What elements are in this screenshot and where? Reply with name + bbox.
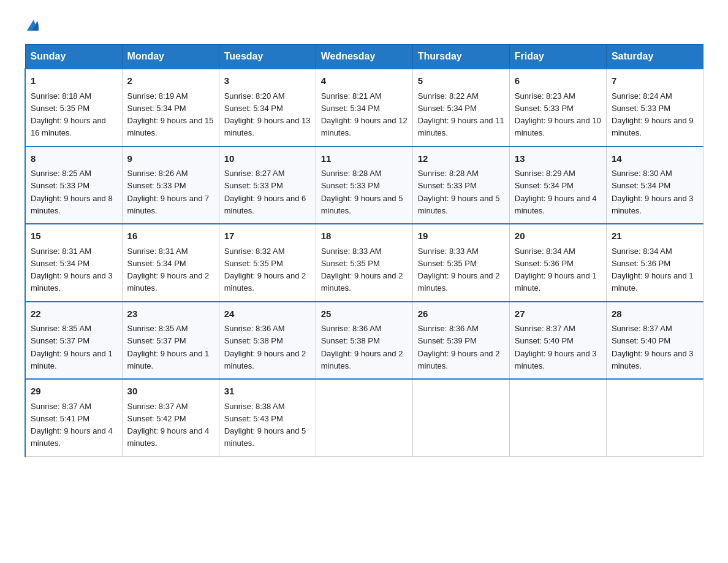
calendar-cell: 14Sunrise: 8:30 AMSunset: 5:34 PMDayligh… — [606, 147, 703, 224]
header-day-saturday: Saturday — [606, 45, 703, 69]
day-info: Sunrise: 8:26 AMSunset: 5:33 PMDaylight:… — [127, 169, 210, 215]
day-number: 25 — [321, 307, 408, 321]
day-info: Sunrise: 8:18 AMSunset: 5:35 PMDaylight:… — [31, 91, 106, 138]
calendar-cell: 29Sunrise: 8:37 AMSunset: 5:41 PMDayligh… — [25, 379, 122, 456]
day-info: Sunrise: 8:28 AMSunset: 5:33 PMDaylight:… — [418, 169, 500, 215]
day-number: 14 — [612, 152, 698, 166]
calendar-cell — [412, 379, 509, 456]
calendar-cell — [316, 379, 412, 456]
day-number: 18 — [321, 229, 408, 243]
day-number: 26 — [418, 307, 504, 321]
day-number: 7 — [612, 74, 698, 88]
day-number: 17 — [224, 229, 311, 243]
day-info: Sunrise: 8:36 AMSunset: 5:38 PMDaylight:… — [321, 324, 403, 370]
calendar-cell: 20Sunrise: 8:34 AMSunset: 5:36 PMDayligh… — [509, 224, 606, 302]
week-row-2: 8Sunrise: 8:25 AMSunset: 5:33 PMDaylight… — [25, 147, 703, 224]
calendar-body: 1Sunrise: 8:18 AMSunset: 5:35 PMDaylight… — [25, 69, 703, 456]
calendar-cell: 10Sunrise: 8:27 AMSunset: 5:33 PMDayligh… — [219, 147, 316, 224]
calendar-cell: 1Sunrise: 8:18 AMSunset: 5:35 PMDaylight… — [25, 69, 122, 147]
day-number: 3 — [224, 74, 311, 88]
day-number: 6 — [515, 74, 601, 88]
day-number: 31 — [224, 385, 311, 399]
day-info: Sunrise: 8:37 AMSunset: 5:41 PMDaylight:… — [31, 402, 113, 448]
logo-triangle-icon — [25, 18, 39, 32]
calendar-cell: 19Sunrise: 8:33 AMSunset: 5:35 PMDayligh… — [412, 224, 509, 302]
header-day-thursday: Thursday — [412, 45, 509, 69]
day-number: 2 — [127, 74, 214, 88]
calendar-cell: 30Sunrise: 8:37 AMSunset: 5:42 PMDayligh… — [122, 379, 219, 456]
day-info: Sunrise: 8:32 AMSunset: 5:35 PMDaylight:… — [224, 247, 306, 293]
calendar-cell: 28Sunrise: 8:37 AMSunset: 5:40 PMDayligh… — [606, 302, 703, 380]
day-number: 12 — [418, 152, 504, 166]
calendar-cell: 2Sunrise: 8:19 AMSunset: 5:34 PMDaylight… — [122, 69, 219, 147]
day-info: Sunrise: 8:33 AMSunset: 5:35 PMDaylight:… — [321, 247, 403, 293]
week-row-1: 1Sunrise: 8:18 AMSunset: 5:35 PMDaylight… — [25, 69, 703, 147]
calendar-cell: 26Sunrise: 8:36 AMSunset: 5:39 PMDayligh… — [412, 302, 509, 380]
calendar-cell: 13Sunrise: 8:29 AMSunset: 5:34 PMDayligh… — [509, 147, 606, 224]
day-info: Sunrise: 8:34 AMSunset: 5:36 PMDaylight:… — [612, 247, 694, 293]
day-info: Sunrise: 8:37 AMSunset: 5:40 PMDaylight:… — [515, 324, 597, 370]
calendar-cell — [606, 379, 703, 456]
logo — [25, 18, 39, 32]
day-number: 29 — [31, 385, 117, 399]
day-info: Sunrise: 8:19 AMSunset: 5:34 PMDaylight:… — [127, 91, 214, 138]
day-number: 22 — [31, 307, 117, 321]
calendar-cell: 31Sunrise: 8:38 AMSunset: 5:43 PMDayligh… — [219, 379, 316, 456]
calendar-table: SundayMondayTuesdayWednesdayThursdayFrid… — [25, 44, 703, 457]
day-number: 13 — [515, 152, 601, 166]
day-info: Sunrise: 8:36 AMSunset: 5:39 PMDaylight:… — [418, 324, 500, 370]
day-number: 11 — [321, 152, 408, 166]
day-number: 28 — [612, 307, 698, 321]
day-number: 9 — [127, 152, 214, 166]
calendar-cell: 6Sunrise: 8:23 AMSunset: 5:33 PMDaylight… — [509, 69, 606, 147]
calendar-cell: 25Sunrise: 8:36 AMSunset: 5:38 PMDayligh… — [316, 302, 412, 380]
header-day-tuesday: Tuesday — [219, 45, 316, 69]
day-info: Sunrise: 8:31 AMSunset: 5:34 PMDaylight:… — [127, 247, 210, 293]
day-info: Sunrise: 8:29 AMSunset: 5:34 PMDaylight:… — [515, 169, 597, 215]
day-info: Sunrise: 8:35 AMSunset: 5:37 PMDaylight:… — [127, 324, 210, 370]
day-number: 8 — [31, 152, 117, 166]
calendar-cell: 11Sunrise: 8:28 AMSunset: 5:33 PMDayligh… — [316, 147, 412, 224]
calendar-cell: 12Sunrise: 8:28 AMSunset: 5:33 PMDayligh… — [412, 147, 509, 224]
calendar-header: SundayMondayTuesdayWednesdayThursdayFrid… — [25, 45, 703, 69]
day-number: 27 — [515, 307, 601, 321]
header-row: SundayMondayTuesdayWednesdayThursdayFrid… — [25, 45, 703, 69]
day-info: Sunrise: 8:37 AMSunset: 5:40 PMDaylight:… — [612, 324, 694, 370]
calendar-cell: 24Sunrise: 8:36 AMSunset: 5:38 PMDayligh… — [219, 302, 316, 380]
day-info: Sunrise: 8:30 AMSunset: 5:34 PMDaylight:… — [612, 169, 694, 215]
day-number: 15 — [31, 229, 117, 243]
day-number: 19 — [418, 229, 504, 243]
day-number: 5 — [418, 74, 504, 88]
calendar-cell: 27Sunrise: 8:37 AMSunset: 5:40 PMDayligh… — [509, 302, 606, 380]
day-info: Sunrise: 8:28 AMSunset: 5:33 PMDaylight:… — [321, 169, 403, 215]
calendar-cell: 8Sunrise: 8:25 AMSunset: 5:33 PMDaylight… — [25, 147, 122, 224]
calendar-cell: 5Sunrise: 8:22 AMSunset: 5:34 PMDaylight… — [412, 69, 509, 147]
header-day-friday: Friday — [509, 45, 606, 69]
day-info: Sunrise: 8:21 AMSunset: 5:34 PMDaylight:… — [321, 91, 408, 138]
day-info: Sunrise: 8:25 AMSunset: 5:33 PMDaylight:… — [31, 169, 113, 215]
calendar-cell — [509, 379, 606, 456]
day-info: Sunrise: 8:33 AMSunset: 5:35 PMDaylight:… — [418, 247, 500, 293]
header-day-monday: Monday — [122, 45, 219, 69]
day-number: 16 — [127, 229, 214, 243]
day-info: Sunrise: 8:20 AMSunset: 5:34 PMDaylight:… — [224, 91, 311, 138]
calendar-cell: 18Sunrise: 8:33 AMSunset: 5:35 PMDayligh… — [316, 224, 412, 302]
header-day-wednesday: Wednesday — [316, 45, 412, 69]
day-info: Sunrise: 8:36 AMSunset: 5:38 PMDaylight:… — [224, 324, 306, 370]
day-number: 1 — [31, 74, 117, 88]
calendar-cell: 4Sunrise: 8:21 AMSunset: 5:34 PMDaylight… — [316, 69, 412, 147]
page-header — [25, 18, 703, 32]
calendar-cell: 22Sunrise: 8:35 AMSunset: 5:37 PMDayligh… — [25, 302, 122, 380]
day-info: Sunrise: 8:22 AMSunset: 5:34 PMDaylight:… — [418, 91, 504, 138]
day-info: Sunrise: 8:37 AMSunset: 5:42 PMDaylight:… — [127, 402, 210, 448]
day-number: 23 — [127, 307, 214, 321]
week-row-5: 29Sunrise: 8:37 AMSunset: 5:41 PMDayligh… — [25, 379, 703, 456]
day-info: Sunrise: 8:38 AMSunset: 5:43 PMDaylight:… — [224, 402, 306, 448]
calendar-cell: 7Sunrise: 8:24 AMSunset: 5:33 PMDaylight… — [606, 69, 703, 147]
day-info: Sunrise: 8:31 AMSunset: 5:34 PMDaylight:… — [31, 247, 113, 293]
day-number: 21 — [612, 229, 698, 243]
day-info: Sunrise: 8:24 AMSunset: 5:33 PMDaylight:… — [612, 91, 694, 138]
day-number: 4 — [321, 74, 408, 88]
day-info: Sunrise: 8:35 AMSunset: 5:37 PMDaylight:… — [31, 324, 113, 370]
calendar-cell: 16Sunrise: 8:31 AMSunset: 5:34 PMDayligh… — [122, 224, 219, 302]
